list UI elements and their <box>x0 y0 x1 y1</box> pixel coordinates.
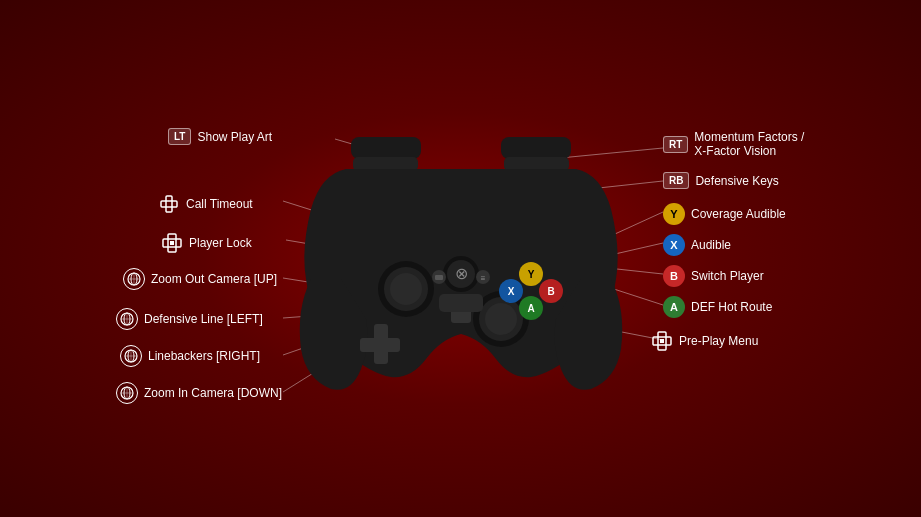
defensive-keys-label: RB Defensive Keys <box>663 172 779 189</box>
svg-rect-66 <box>660 339 664 343</box>
zoom-in-text: Zoom In Camera [DOWN] <box>144 386 282 400</box>
svg-rect-44 <box>161 201 177 207</box>
defensive-line-label: Defensive Line [LEFT] <box>116 308 263 330</box>
zoom-out-icon <box>123 268 145 290</box>
linebackers-text: Linebackers [RIGHT] <box>148 349 260 363</box>
defensive-line-icon <box>116 308 138 330</box>
svg-rect-42 <box>439 294 483 312</box>
pre-play-icon <box>651 330 673 352</box>
svg-rect-39 <box>435 275 443 280</box>
lt-badge: LT <box>168 128 191 145</box>
rt-badge: RT <box>663 136 688 153</box>
y-badge: Y <box>663 203 685 225</box>
zoom-out-camera-label: Zoom Out Camera [UP] <box>123 268 277 290</box>
svg-rect-14 <box>351 137 421 159</box>
svg-rect-25 <box>360 338 400 352</box>
pre-play-menu-text: Pre-Play Menu <box>679 334 758 348</box>
x-badge: X <box>663 234 685 256</box>
svg-text:≡: ≡ <box>480 274 485 283</box>
show-play-art-label: Show Play Art LT <box>168 128 272 145</box>
momentum-factors-label: RT Momentum Factors / X-Factor Vision <box>663 130 804 158</box>
svg-text:X: X <box>507 286 514 297</box>
linebackers-icon <box>120 345 142 367</box>
player-lock-icon <box>161 232 183 254</box>
svg-rect-16 <box>353 157 418 171</box>
coverage-audible-text: Coverage Audible <box>691 207 786 221</box>
svg-text:Y: Y <box>527 269 534 280</box>
def-hot-route-text: DEF Hot Route <box>691 300 772 314</box>
svg-rect-17 <box>504 157 569 171</box>
def-hot-route-label: A DEF Hot Route <box>663 296 772 318</box>
b-badge: B <box>663 265 685 287</box>
controller-image: Y X B A ⊗ ≡ <box>291 119 631 399</box>
audible-text: Audible <box>691 238 731 252</box>
call-timeout-text: Call Timeout <box>186 197 253 211</box>
svg-rect-15 <box>501 137 571 159</box>
audible-label: X Audible <box>663 234 731 256</box>
zoom-in-camera-label: Zoom In Camera [DOWN] <box>116 382 282 404</box>
call-timeout-icon <box>158 193 180 215</box>
linebackers-label: Linebackers [RIGHT] <box>120 345 260 367</box>
defensive-keys-text: Defensive Keys <box>695 174 778 188</box>
a-badge: A <box>663 296 685 318</box>
call-timeout-label: Call Timeout <box>158 193 253 215</box>
svg-text:A: A <box>527 303 534 314</box>
pre-play-menu-label: Pre-Play Menu <box>651 330 758 352</box>
svg-rect-43 <box>166 196 172 212</box>
show-play-art-text: Show Play Art <box>197 130 272 144</box>
player-lock-text: Player Lock <box>189 236 252 250</box>
svg-point-23 <box>485 303 517 335</box>
svg-point-20 <box>390 273 422 305</box>
switch-player-label: B Switch Player <box>663 265 764 287</box>
switch-player-text: Switch Player <box>691 269 764 283</box>
momentum-text: Momentum Factors / X-Factor Vision <box>694 130 804 158</box>
svg-rect-47 <box>170 241 174 245</box>
zoom-in-icon <box>116 382 138 404</box>
defensive-line-text: Defensive Line [LEFT] <box>144 312 263 326</box>
coverage-audible-label: Y Coverage Audible <box>663 203 786 225</box>
svg-text:B: B <box>547 286 554 297</box>
svg-text:⊗: ⊗ <box>454 265 467 282</box>
zoom-out-text: Zoom Out Camera [UP] <box>151 272 277 286</box>
rb-badge: RB <box>663 172 689 189</box>
player-lock-label: Player Lock <box>161 232 252 254</box>
